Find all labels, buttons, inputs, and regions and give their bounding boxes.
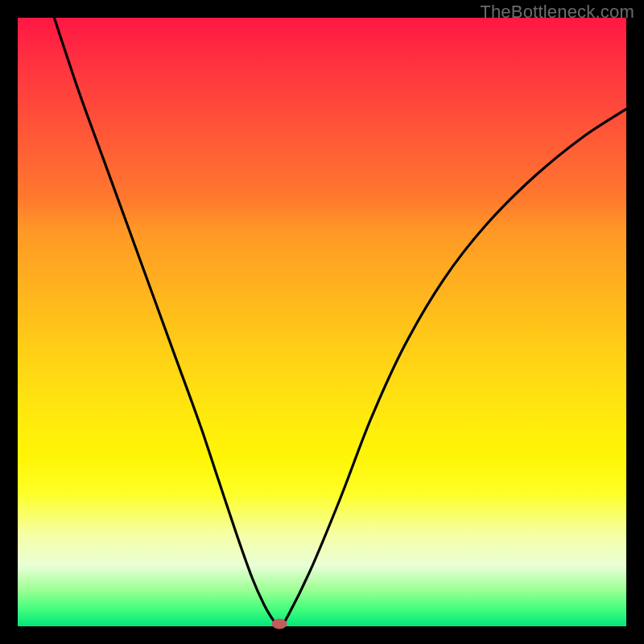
- min-point-marker: [272, 619, 287, 629]
- plot-area: [18, 18, 626, 626]
- bottleneck-curve-svg: [18, 18, 626, 626]
- watermark-text: TheBottleneck.com: [480, 2, 634, 23]
- bottleneck-curve-path: [54, 18, 626, 627]
- chart-frame: TheBottleneck.com: [0, 0, 644, 644]
